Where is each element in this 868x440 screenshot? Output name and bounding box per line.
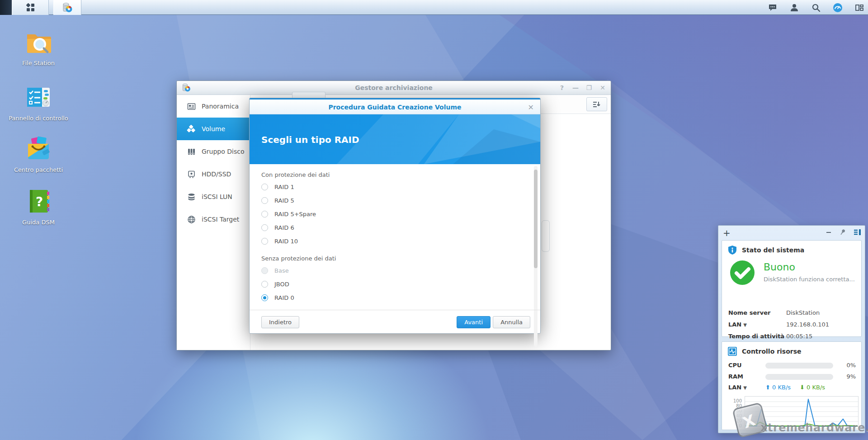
widgets-icon[interactable] <box>854 3 864 13</box>
iscsi-lun-icon <box>187 192 196 201</box>
lan-download: ⬇ 0 KB/s <box>800 384 825 391</box>
ram-bar <box>765 374 833 380</box>
widget-panel: + <box>718 225 865 433</box>
sidebar-item-hdd-ssd[interactable]: HDD/SSD <box>177 163 250 185</box>
storage-manager-icon <box>61 2 73 14</box>
radio-icon <box>261 197 268 204</box>
radio-raid-10[interactable]: RAID 10 <box>261 234 540 248</box>
dialog-body: Con protezione dei dati RAID 1 RAID 5 RA… <box>250 164 540 310</box>
resource-monitor-widget: Controllo risorse CPU 0% RAM 9% LAN▼ ⬆ 0… <box>722 341 862 430</box>
widget-panel-header: + <box>718 226 865 240</box>
file-station-icon <box>24 27 53 57</box>
ram-meter-row: RAM 9% <box>728 372 856 381</box>
dialog-title: Procedura Guidata Creazione Volume <box>250 104 540 111</box>
sidebar-item-panoramica[interactable]: Panoramica <box>177 95 250 118</box>
notifications-icon[interactable] <box>768 3 778 13</box>
dialog-header[interactable]: Procedura Guidata Creazione Volume ✕ <box>250 98 540 114</box>
sidebar-item-label: iSCSI Target <box>202 216 239 223</box>
volume-wizard-dialog: Procedura Guidata Creazione Volume ✕ Sce… <box>249 98 541 334</box>
iscsi-target-icon <box>187 215 196 224</box>
chart-y-axis: 020406080100 <box>727 396 744 429</box>
sidebar-item-label: iSCSI LUN <box>202 193 232 200</box>
desktop-icon-file-station[interactable]: File Station <box>5 27 72 67</box>
desktop-icon-label: Pannello di controllo <box>5 115 72 122</box>
window-title: Gestore archiviazione <box>177 84 611 91</box>
chevron-down-icon: ▼ <box>743 385 747 390</box>
desktop-icon-dsm-help[interactable]: ? Guida DSM <box>5 186 72 226</box>
desktop-icon-control-panel[interactable]: Pannello di controllo <box>5 82 72 122</box>
window-titlebar[interactable]: Gestore archiviazione ? — ❐ ✕ <box>177 81 611 95</box>
taskbar-right-icons <box>768 0 864 15</box>
obscured-panel-fragment <box>542 220 550 252</box>
collapse-sort-button[interactable] <box>586 97 607 111</box>
server-name-row: Nome server DiskStation <box>728 309 857 321</box>
widget-title: Controllo risorse <box>742 348 802 355</box>
desktop-icon-package-center[interactable]: Centro pacchetti <box>5 134 72 174</box>
desktop-icon-label: File Station <box>5 60 72 67</box>
search-icon[interactable] <box>811 3 821 13</box>
desktop: File Station Pannello di controllo <box>0 0 868 440</box>
radio-raid-5[interactable]: RAID 5 <box>261 194 540 207</box>
sidebar-item-label: Gruppo Disco <box>202 148 245 155</box>
radio-icon <box>261 238 268 245</box>
cancel-button[interactable]: Annulla <box>493 316 530 328</box>
sidebar-item-label: Volume <box>202 125 225 132</box>
hdd-icon <box>187 170 196 179</box>
radio-raid-0[interactable]: RAID 0 <box>261 291 540 304</box>
sidebar-item-iscsi-target[interactable]: iSCSI Target <box>177 208 250 231</box>
radio-icon <box>261 267 268 274</box>
desktop-icon-label: Guida DSM <box>5 219 72 226</box>
svg-text:?: ? <box>36 194 43 209</box>
sidebar-item-label: HDD/SSD <box>202 170 231 178</box>
dialog-close-icon[interactable]: ✕ <box>528 103 534 112</box>
arrow-up-icon: ⬆ <box>765 384 770 391</box>
pilot-view-icon[interactable] <box>833 3 843 13</box>
pin-icon[interactable] <box>839 228 846 236</box>
sidebar-item-volume[interactable]: Volume <box>177 118 250 140</box>
system-status-widget: Stato del sistema Buono DiskStation funz… <box>722 240 862 337</box>
maximize-button[interactable]: ❐ <box>585 84 593 91</box>
taskbar-left-edge <box>0 0 12 15</box>
dialog-banner: Scegli un tipo RAID <box>250 114 540 164</box>
sort-icon <box>592 101 601 108</box>
minimize-panel-icon[interactable] <box>826 229 832 235</box>
radio-jbod[interactable]: JBOD <box>261 277 540 291</box>
add-widget-button[interactable]: + <box>723 227 731 238</box>
minimize-button[interactable]: — <box>572 84 579 91</box>
sidebar-item-gruppo-disco[interactable]: Gruppo Disco <box>177 140 250 163</box>
radio-icon <box>261 281 268 288</box>
back-button[interactable]: Indietro <box>261 316 299 328</box>
resource-monitor-icon <box>727 346 737 356</box>
radio-raid-5-spare[interactable]: RAID 5+Spare <box>261 207 540 221</box>
status-good-icon <box>730 260 755 285</box>
raid-group-label: Con protezione dei dati <box>261 171 540 178</box>
radio-base: Base <box>261 264 540 277</box>
chart-plot-area <box>745 396 859 429</box>
next-button[interactable]: Avanti <box>457 316 491 328</box>
sidebar: Panoramica Volume <box>177 95 250 350</box>
radio-icon <box>261 211 268 218</box>
dock-panel-icon[interactable] <box>854 229 861 236</box>
obscured-toolbar-button <box>292 92 326 98</box>
lan-chart-dropdown[interactable]: LAN▼ <box>728 384 747 391</box>
package-center-icon <box>24 134 53 164</box>
taskbar-storage-manager-button[interactable] <box>53 0 81 15</box>
radio-raid-6[interactable]: RAID 6 <box>261 221 540 234</box>
close-button[interactable]: ✕ <box>599 84 606 91</box>
volume-cubes-icon <box>187 124 196 133</box>
scrollbar-thumb[interactable] <box>534 170 538 268</box>
main-menu-button[interactable] <box>12 0 49 15</box>
lan-dropdown[interactable]: LAN▼ <box>728 321 747 328</box>
user-icon[interactable] <box>789 3 799 13</box>
help-button[interactable]: ? <box>558 84 566 91</box>
sidebar-item-iscsi-lun[interactable]: iSCSI LUN <box>177 185 250 208</box>
status-text: Buono <box>764 261 795 273</box>
window-controls: ? — ❐ ✕ <box>558 84 606 91</box>
lan-upload: ⬆ 0 KB/s <box>765 384 791 391</box>
system-status-icon <box>727 245 737 255</box>
radio-icon <box>261 184 268 190</box>
radio-raid-1[interactable]: RAID 1 <box>261 180 540 194</box>
dialog-footer: Indietro Avanti Annulla <box>250 310 540 333</box>
cpu-bar <box>765 363 833 369</box>
dialog-heading: Scegli un tipo RAID <box>261 134 359 145</box>
